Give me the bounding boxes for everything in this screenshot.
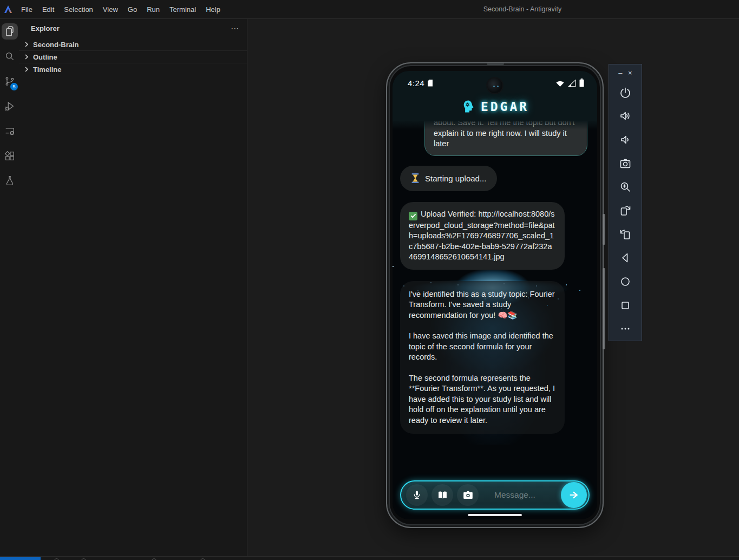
activitybar-explorer[interactable] — [0, 19, 19, 44]
emu-more-button[interactable] — [609, 317, 642, 341]
emu-overview-button[interactable] — [609, 294, 642, 317]
brain-books-emoji: 🧠📚 — [498, 311, 517, 320]
send-button[interactable] — [561, 482, 587, 508]
send-arrow-icon — [568, 489, 580, 501]
emu-rotate-left-button[interactable] — [609, 223, 642, 246]
emu-volume-down-button[interactable] — [609, 128, 642, 152]
hourglass-icon — [411, 173, 420, 183]
activitybar-source-control[interactable]: 5 — [0, 69, 19, 94]
antigravity-logo-icon — [0, 0, 16, 19]
microphone-icon — [411, 490, 422, 500]
emu-screenshot-button[interactable] — [609, 152, 642, 175]
explorer-sidebar: Explorer ⋯ Second-Brain Outline Timeline — [19, 19, 247, 560]
menu-run[interactable]: Run — [142, 3, 165, 16]
activitybar-extensions[interactable] — [0, 144, 19, 168]
emu-rotate-right-button[interactable] — [609, 199, 642, 223]
volume-down-icon — [619, 133, 632, 146]
sidebar-section-outline[interactable]: Outline — [19, 50, 247, 63]
volume-up-icon — [619, 109, 632, 122]
sdcard-icon — [428, 80, 433, 87]
remote-indicator[interactable] — [0, 557, 41, 560]
chevron-right-icon — [22, 65, 31, 74]
menu-selection[interactable]: Selection — [59, 3, 97, 16]
edgar-head-gear-icon — [461, 99, 475, 114]
menu-view[interactable]: View — [98, 3, 123, 16]
chat-scroll-area[interactable]: about. Save it. Tell me the topic but do… — [393, 121, 597, 455]
message-input-bar — [400, 480, 590, 510]
activity-bar: 5 — [0, 19, 19, 560]
rotate-left-icon — [619, 228, 632, 241]
emulator-toolbar: – × — [609, 64, 642, 341]
app-title: EDGAR — [481, 100, 529, 114]
chevron-right-icon — [22, 40, 31, 49]
search-icon — [4, 50, 16, 62]
overview-square-icon — [619, 299, 632, 312]
toolbar-close-button[interactable]: × — [628, 69, 632, 77]
emu-power-button[interactable] — [609, 81, 642, 105]
edgar-appbar: 4:24 — [393, 71, 597, 121]
speaker-slit — [487, 63, 504, 65]
menu-help[interactable]: Help — [201, 3, 225, 16]
scm-pending-badge: 5 — [10, 83, 18, 90]
activitybar-testing[interactable] — [0, 168, 19, 193]
power-button — [603, 268, 605, 349]
camera-icon — [462, 490, 474, 501]
bot-study-topic-bubble: I've identified this as a study topic: F… — [400, 281, 565, 434]
android-device-frame: 4:24 — [386, 62, 604, 528]
appbar-fade — [393, 121, 597, 130]
book-button[interactable] — [431, 484, 453, 506]
bot-upload-verified-bubble: Upload Verified: http://localhost:8080/s… — [400, 202, 565, 270]
statusbar — [0, 556, 739, 560]
status-time: 4:24 — [408, 79, 424, 88]
chevron-right-icon — [22, 53, 31, 61]
volume-rocker — [603, 214, 605, 245]
window-title: Second-Brain - Antigravity — [420, 5, 625, 13]
camera-punch-hole — [486, 77, 503, 94]
sidebar-section-second-brain[interactable]: Second-Brain — [19, 38, 247, 50]
toolbar-minimize-button[interactable]: – — [618, 69, 622, 77]
debug-icon — [4, 100, 16, 112]
mic-button[interactable] — [406, 484, 428, 506]
zoom-in-icon — [619, 180, 632, 193]
rotate-right-icon — [619, 204, 632, 217]
phone-screen: 4:24 — [393, 71, 597, 519]
activitybar-run-debug[interactable] — [0, 94, 19, 119]
screenshot-camera-icon — [619, 157, 632, 170]
power-icon — [619, 86, 632, 99]
extensions-icon — [4, 150, 16, 162]
signal-icon — [567, 79, 577, 87]
home-circle-icon — [619, 275, 632, 288]
battery-icon — [579, 79, 584, 87]
gesture-nav-pill[interactable] — [468, 514, 522, 516]
more-dots-icon — [619, 322, 632, 335]
emu-zoom-button[interactable] — [609, 175, 642, 199]
sidebar-title: Explorer — [31, 24, 231, 32]
emu-volume-up-button[interactable] — [609, 105, 642, 128]
flask-icon — [4, 175, 16, 187]
menu-file[interactable]: File — [16, 3, 37, 16]
remote-icon — [4, 125, 16, 137]
wifi-icon — [555, 79, 565, 87]
files-icon — [4, 25, 16, 37]
activitybar-search[interactable] — [0, 44, 19, 69]
activitybar-remote-explorer[interactable] — [0, 119, 19, 144]
sidebar-more-icon[interactable]: ⋯ — [231, 24, 239, 34]
check-mark-icon — [409, 212, 417, 220]
app-window: File Edit Selection View Go Run Terminal… — [0, 0, 739, 560]
bot-status-bubble: Starting upload... — [400, 166, 497, 192]
camera-button[interactable] — [457, 484, 479, 506]
titlebar: File Edit Selection View Go Run Terminal… — [0, 0, 739, 19]
message-input[interactable] — [482, 490, 557, 500]
menu-go[interactable]: Go — [123, 3, 142, 16]
emu-back-button[interactable] — [609, 246, 642, 270]
emu-home-button[interactable] — [609, 270, 642, 294]
back-triangle-icon — [619, 251, 632, 264]
sidebar-section-timeline[interactable]: Timeline — [19, 63, 247, 75]
menu-edit[interactable]: Edit — [37, 3, 59, 16]
open-book-icon — [437, 490, 448, 501]
menu-terminal[interactable]: Terminal — [165, 3, 201, 16]
